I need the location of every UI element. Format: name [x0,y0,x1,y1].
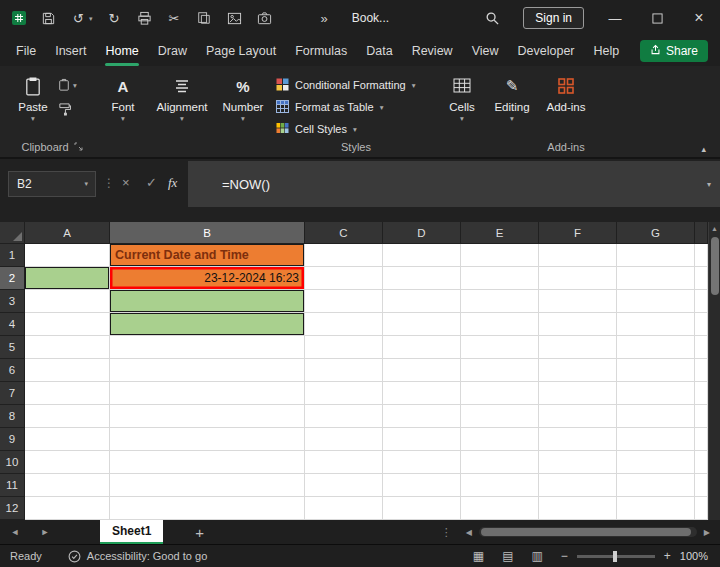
cancel-icon[interactable]: × [122,175,130,190]
addins-button[interactable]: Add-ins [538,74,594,113]
cell-B4[interactable] [110,313,305,336]
page-break-view-icon[interactable]: ▥ [531,549,542,563]
vertical-scrollbar-thumb[interactable] [711,237,719,295]
menu-item-review[interactable]: Review [412,36,453,66]
column-header-F[interactable]: F [539,222,617,244]
cell-B10[interactable] [110,451,305,474]
cell-C5[interactable] [305,336,383,359]
cell-E2[interactable] [461,267,539,290]
row-header-4[interactable]: 4 [0,313,25,336]
menu-item-view[interactable]: View [472,36,499,66]
cell-overflow-10[interactable] [695,451,708,474]
cell-A9[interactable] [25,428,110,451]
row-header-3[interactable]: 3 [0,290,25,313]
number-group-button[interactable]: % Number ▾ [216,74,270,123]
name-box[interactable]: B2 ▾ [8,171,96,197]
column-header-E[interactable]: E [461,222,539,244]
cell-F7[interactable] [539,382,617,405]
close-button[interactable]: × [678,0,720,36]
camera-icon[interactable] [256,10,273,27]
row-header-8[interactable]: 8 [0,405,25,428]
paste-button[interactable]: Paste ▾ [10,74,56,123]
sheet-tab-sheet1[interactable]: Sheet1 [100,520,163,544]
column-header-A[interactable]: A [25,222,110,244]
cell-D7[interactable] [383,382,461,405]
cell-E10[interactable] [461,451,539,474]
cell-overflow-4[interactable] [695,313,708,336]
cell-E9[interactable] [461,428,539,451]
row-header-10[interactable]: 10 [0,451,25,474]
cell-G3[interactable] [617,290,695,313]
font-group-button[interactable]: A Font ▾ [98,74,148,123]
scroll-left-icon[interactable]: ◀ [466,528,472,537]
cell-E11[interactable] [461,474,539,497]
cell-G1[interactable] [617,244,695,267]
cell-E1[interactable] [461,244,539,267]
cell-C9[interactable] [305,428,383,451]
menu-item-formulas[interactable]: Formulas [295,36,347,66]
cell-F1[interactable] [539,244,617,267]
insert-function-icon[interactable]: fx [168,175,177,191]
cell-overflow-11[interactable] [695,474,708,497]
cell-G4[interactable] [617,313,695,336]
select-all-corner[interactable] [0,222,25,244]
cell-E4[interactable] [461,313,539,336]
cell-F4[interactable] [539,313,617,336]
previous-sheet-icon[interactable]: ◄ [0,527,30,537]
menu-item-help[interactable]: Help [594,36,620,66]
horizontal-scrollbar-thumb[interactable] [481,528,691,536]
cell-E7[interactable] [461,382,539,405]
cell-D1[interactable] [383,244,461,267]
zoom-in-icon[interactable]: + [664,549,671,563]
menu-item-developer[interactable]: Developer [518,36,575,66]
column-header-B[interactable]: B [110,222,305,244]
cell-A5[interactable] [25,336,110,359]
cell-E12[interactable] [461,497,539,520]
enter-icon[interactable]: ✓ [146,175,157,190]
cell-D8[interactable] [383,405,461,428]
minimize-button[interactable]: — [594,0,636,36]
cell-overflow-2[interactable] [695,267,708,290]
cell-A8[interactable] [25,405,110,428]
row-header-12[interactable]: 12 [0,497,25,520]
row-header-1[interactable]: 1 [0,244,25,267]
cell-F9[interactable] [539,428,617,451]
cell-B1[interactable]: Current Date and Time [110,244,305,267]
maximize-button[interactable] [636,0,678,36]
cell-overflow-9[interactable] [695,428,708,451]
expand-formula-bar-icon[interactable]: ▾ [707,180,711,189]
cell-F12[interactable] [539,497,617,520]
cell-D10[interactable] [383,451,461,474]
cell-G2[interactable] [617,267,695,290]
cell-overflow-5[interactable] [695,336,708,359]
row-header-6[interactable]: 6 [0,359,25,382]
cell-B11[interactable] [110,474,305,497]
cell-C7[interactable] [305,382,383,405]
row-header-2[interactable]: 2 [0,267,25,290]
share-button[interactable]: Share [640,40,708,62]
cell-F8[interactable] [539,405,617,428]
format-as-table-button[interactable]: Format as Table ▾ [276,96,436,118]
row-header-7[interactable]: 7 [0,382,25,405]
picture-icon[interactable] [226,10,243,27]
cell-overflow-12[interactable] [695,497,708,520]
cell-overflow-8[interactable] [695,405,708,428]
next-sheet-icon[interactable]: ► [30,527,60,537]
cell-F10[interactable] [539,451,617,474]
cell-B3[interactable] [110,290,305,313]
zoom-level[interactable]: 100% [680,550,708,562]
horizontal-scrollbar[interactable] [479,527,697,537]
scroll-up-icon[interactable]: ▲ [709,222,720,235]
print-icon[interactable] [136,10,153,27]
column-header-D[interactable]: D [383,222,461,244]
cell-styles-button[interactable]: Cell Styles ▾ [276,118,436,140]
alignment-group-button[interactable]: Alignment ▾ [152,74,212,123]
cell-C4[interactable] [305,313,383,336]
row-header-9[interactable]: 9 [0,428,25,451]
cell-C2[interactable] [305,267,383,290]
cell-G7[interactable] [617,382,695,405]
dialog-launcher-icon[interactable] [74,141,83,153]
add-sheet-icon[interactable]: + [195,524,204,541]
cell-C12[interactable] [305,497,383,520]
cell-A10[interactable] [25,451,110,474]
